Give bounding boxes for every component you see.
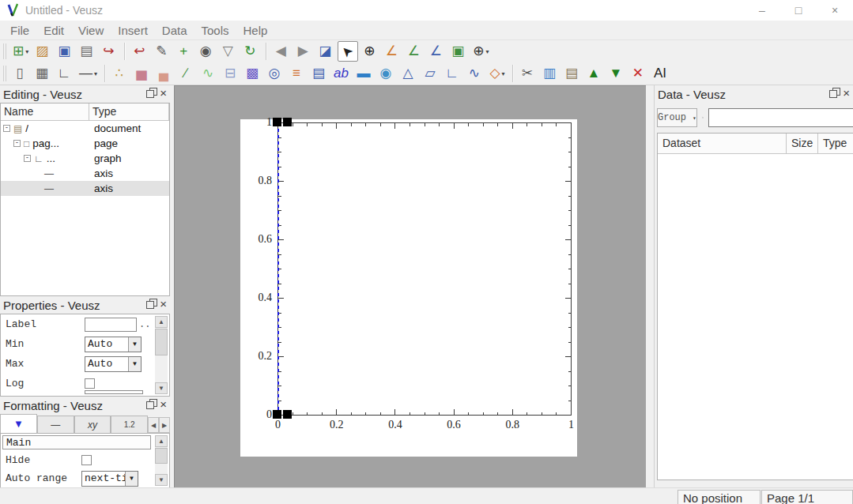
add-key-button[interactable]: ▤ xyxy=(309,63,330,84)
copy-button[interactable]: ▥ xyxy=(540,63,560,84)
size-column-header[interactable]: Size xyxy=(787,134,818,154)
maximize-button[interactable]: □ xyxy=(780,0,817,21)
autorange-dropdown[interactable]: next-tick ▼ xyxy=(81,471,138,487)
new-document-button[interactable]: ⊞ ▾ xyxy=(10,41,31,62)
add-histogram-button[interactable]: ▄ xyxy=(154,63,175,84)
add-ternary-button[interactable]: △ xyxy=(398,63,419,84)
save-document-button[interactable]: ▣ xyxy=(55,41,75,62)
dropdown-arrow-icon[interactable]: ▼ xyxy=(128,337,141,352)
tree-expander-icon[interactable]: - xyxy=(3,125,10,132)
zoom-into-axes-button[interactable]: ∠ xyxy=(404,41,425,62)
toolbar-drag-handle[interactable] xyxy=(3,43,6,59)
tree-row-axis-x[interactable]: — axis xyxy=(1,166,169,181)
add-axis3d-button[interactable]: ∟ xyxy=(443,63,463,84)
scrollbar-thumb[interactable] xyxy=(155,448,168,464)
menu-file[interactable]: File xyxy=(3,22,36,39)
select-marker-button[interactable]: ◪ xyxy=(315,41,336,62)
tabs-scroll-left-icon[interactable]: ◀ xyxy=(148,417,159,433)
float-panel-icon[interactable] xyxy=(146,301,153,308)
zoom-axis-button[interactable]: ∠ xyxy=(426,41,447,62)
tree-row-graph[interactable]: - ∟ ... graph xyxy=(1,151,169,166)
add-vectorfield-button[interactable]: ≡ xyxy=(287,63,308,84)
tree-column-name[interactable]: Name xyxy=(1,103,89,121)
float-panel-icon[interactable] xyxy=(146,90,153,97)
minimize-button[interactable]: – xyxy=(744,0,780,21)
add-graph-button[interactable]: ∟ xyxy=(55,63,75,84)
toolbar-drag-handle[interactable] xyxy=(3,66,6,81)
close-panel-icon[interactable]: × xyxy=(160,299,167,309)
cut-button[interactable]: ✂ xyxy=(518,63,538,84)
paste-button[interactable]: ▤ xyxy=(562,63,583,84)
scroll-down-icon[interactable]: ▼ xyxy=(155,474,168,486)
move-down-button[interactable]: ▼ xyxy=(606,63,627,84)
menu-insert[interactable]: Insert xyxy=(111,22,155,39)
scroll-up-icon[interactable]: ▲ xyxy=(155,316,168,328)
log-checkbox[interactable] xyxy=(85,378,95,389)
delete-widget-button[interactable]: ✕ xyxy=(628,63,649,84)
rename-widget-button[interactable]: AI xyxy=(651,63,671,84)
add-function3d-button[interactable]: ∿ xyxy=(465,63,485,84)
menu-tools[interactable]: Tools xyxy=(194,22,236,39)
add-bar-button[interactable]: ▅ xyxy=(132,63,153,84)
tabs-scroll-right-icon[interactable]: ▶ xyxy=(159,417,170,433)
tree-expander-icon[interactable]: - xyxy=(24,155,31,162)
add-fit-button[interactable]: ∕ xyxy=(176,63,197,84)
edit-data-button[interactable]: ✎ xyxy=(152,41,172,62)
add-label-button[interactable]: ab xyxy=(331,63,353,84)
label-input[interactable] xyxy=(85,318,137,332)
menu-data[interactable]: Data xyxy=(155,22,194,39)
axis-handle[interactable] xyxy=(273,410,281,419)
max-dropdown[interactable]: Auto ▼ xyxy=(85,356,142,372)
min-dropdown[interactable]: Auto ▼ xyxy=(85,337,142,352)
reload-data-button[interactable]: ↻ xyxy=(240,41,261,62)
export-document-button[interactable]: ↪ xyxy=(99,41,119,62)
hide-checkbox[interactable] xyxy=(81,455,92,465)
formatting-tab-axis-label[interactable]: xy xyxy=(74,416,111,433)
zoom-graph-axes-button[interactable]: ∠ xyxy=(382,41,402,62)
zoom-menu-button[interactable]: ⊕ ▾ xyxy=(470,41,491,62)
close-panel-icon[interactable]: × xyxy=(843,88,850,98)
graph-area[interactable]: 00.20.40.60.81 00.20.40.60.81 xyxy=(277,122,572,416)
scrollbar-thumb[interactable] xyxy=(155,329,168,355)
add-page-button[interactable]: ▯ xyxy=(10,63,31,84)
open-document-button[interactable]: ▨ xyxy=(32,41,53,62)
close-window-button[interactable]: × xyxy=(817,0,853,21)
formatting-tab-tick-labels[interactable]: 1.2 xyxy=(111,416,148,433)
axis-handle[interactable] xyxy=(273,118,281,126)
move-up-button[interactable]: ▲ xyxy=(584,63,605,84)
add-polar-button[interactable]: ◉ xyxy=(376,63,397,84)
add-axis-button[interactable]: — ▾ xyxy=(77,63,100,84)
tree-expander-icon[interactable]: - xyxy=(13,140,21,147)
add-scene3d-button[interactable]: ▱ xyxy=(421,63,441,84)
dataset-column-header[interactable]: Dataset xyxy=(658,134,787,154)
import-data-button[interactable]: ↩ xyxy=(130,41,150,62)
close-panel-icon[interactable]: × xyxy=(160,400,167,409)
add-function-button[interactable]: ∿ xyxy=(198,63,219,84)
type-column-header[interactable]: Type xyxy=(818,134,853,154)
add-contour-button[interactable]: ◎ xyxy=(265,63,285,84)
filter-data-button[interactable]: ▽ xyxy=(218,41,239,62)
dataset-search-input[interactable] xyxy=(708,108,853,127)
dropdown-arrow-icon[interactable]: ▼ xyxy=(128,357,141,371)
float-panel-icon[interactable] xyxy=(146,401,153,408)
add-xy-button[interactable]: ∴ xyxy=(110,63,130,84)
previous-page-button[interactable]: ◀ xyxy=(271,41,292,62)
pointer-select-button[interactable]: ➤ xyxy=(338,41,358,62)
scroll-down-icon[interactable]: ▼ xyxy=(155,382,168,394)
tree-column-type[interactable]: Type xyxy=(89,103,169,121)
print-document-button[interactable]: ▤ xyxy=(77,41,97,62)
ellipsis-button[interactable]: .. xyxy=(139,319,150,330)
formatting-tab-axis-line[interactable]: — xyxy=(37,416,74,433)
axis-handle[interactable] xyxy=(283,118,292,126)
add-colorbar-button[interactable]: ▬ xyxy=(354,63,375,84)
capture-data-button[interactable]: ◉ xyxy=(196,41,217,62)
add-shape-button[interactable]: ◇ ▾ xyxy=(487,63,508,84)
float-panel-icon[interactable] xyxy=(829,90,836,97)
dropdown-arrow-icon[interactable]: ▼ xyxy=(125,472,138,486)
tree-row-document[interactable]: - ▤ / document xyxy=(1,121,169,136)
next-page-button[interactable]: ▶ xyxy=(293,41,314,62)
read-points-button[interactable]: ⊕ xyxy=(360,41,380,62)
group-dropdown-button[interactable]: Group ▾ xyxy=(657,108,697,127)
plot-page[interactable]: 00.20.40.60.81 00.20.40.60.81 xyxy=(240,119,577,457)
tree-row-page[interactable]: - □ pag... page xyxy=(1,136,169,151)
